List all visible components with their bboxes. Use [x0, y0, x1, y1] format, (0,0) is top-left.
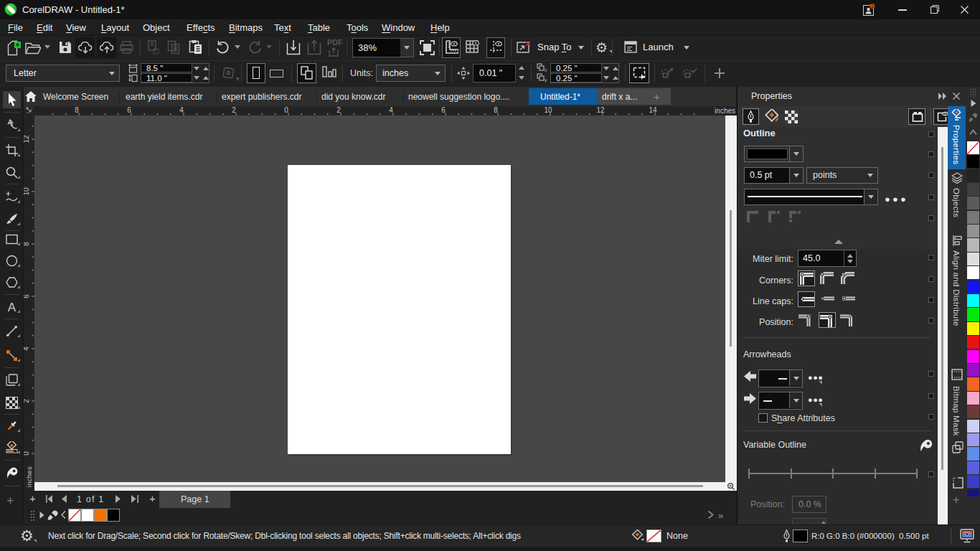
- svg-text:2: 2: [336, 106, 341, 114]
- svg-text:4: 4: [389, 106, 393, 114]
- svg-text:10: 10: [24, 187, 30, 196]
- svg-text:8: 8: [24, 242, 30, 246]
- svg-text:x: x: [545, 67, 547, 72]
- svg-text:14: 14: [649, 106, 657, 114]
- svg-text:6: 6: [24, 294, 30, 298]
- svg-text:2: 2: [24, 399, 30, 403]
- svg-text:0: 0: [871, 4, 873, 9]
- svg-text:12: 12: [596, 106, 605, 114]
- svg-text:6: 6: [127, 106, 131, 114]
- svg-text:8: 8: [494, 106, 498, 114]
- svg-text:y: y: [545, 77, 547, 83]
- svg-text:12: 12: [24, 135, 30, 143]
- svg-text:0: 0: [284, 106, 288, 114]
- svg-text:8: 8: [75, 106, 79, 114]
- svg-text:4: 4: [179, 106, 184, 114]
- svg-text:10: 10: [544, 106, 552, 114]
- svg-text:6: 6: [441, 106, 446, 114]
- svg-text:2: 2: [232, 106, 236, 114]
- svg-text:4: 4: [24, 347, 30, 351]
- svg-text:A: A: [8, 301, 17, 313]
- svg-text:0: 0: [24, 451, 30, 456]
- svg-text:inches: inches: [715, 107, 735, 115]
